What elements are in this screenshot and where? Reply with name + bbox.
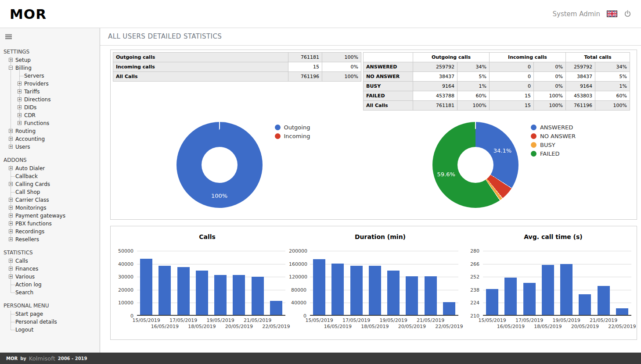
sidebar-item-action-log[interactable]: Action log (4, 281, 100, 289)
bar (504, 278, 517, 316)
sidebar-menu: SETTINGS+Setup−BillingServers+Providers+… (4, 49, 100, 334)
expand-icon[interactable]: + (9, 182, 13, 186)
expand-icon[interactable]: + (18, 97, 22, 101)
gridline (137, 264, 285, 264)
sidebar-item-dids[interactable]: +DIDs (4, 103, 100, 111)
expand-icon[interactable]: + (9, 198, 13, 202)
row-label: BUSY (364, 82, 413, 91)
sidebar-item-call-shop[interactable]: Call Shop (4, 188, 100, 196)
sidebar-section: STATISTICS+Calls+Finances+VariousAction … (4, 250, 100, 296)
sidebar-item-resellers[interactable]: +Resellers (4, 236, 100, 243)
sidebar-item-label: Setup (15, 57, 31, 63)
sidebar-item-personal-details[interactable]: Personal details (4, 318, 100, 326)
sidebar: SETTINGS+Setup−BillingServers+Providers+… (0, 28, 100, 353)
expand-icon[interactable]: + (9, 259, 13, 263)
uk-flag-icon[interactable] (607, 11, 617, 17)
expand-icon[interactable]: + (18, 82, 22, 86)
sidebar-item-auto-dialer[interactable]: +Auto Dialer (4, 164, 100, 172)
sidebar-item-functions[interactable]: +Functions (4, 119, 100, 127)
expand-icon[interactable]: + (18, 113, 22, 117)
tree-connector (11, 330, 15, 330)
sidebar-item-various[interactable]: +Various (4, 273, 100, 281)
expand-icon[interactable]: + (18, 89, 22, 93)
plot-area (137, 251, 285, 316)
expand-icon[interactable]: + (9, 206, 13, 210)
sidebar-item-label: Carrier Class (15, 197, 49, 203)
sidebar-item-calling-cards[interactable]: +Calling Cards (4, 180, 100, 188)
footer-company-link[interactable]: Kolmisoft (29, 355, 55, 362)
menu-toggle-icon[interactable] (5, 34, 12, 39)
footer-brand: MOR (6, 356, 18, 361)
sidebar-item-cdr[interactable]: +CDR (4, 111, 100, 119)
y-axis-tick-label: 40000 (116, 261, 133, 267)
table-row: Outgoing calls761181100% (113, 53, 361, 62)
logout-power-icon[interactable] (624, 10, 631, 18)
expand-icon[interactable]: + (9, 214, 13, 218)
sidebar-item-label: Accounting (15, 136, 45, 142)
expand-icon[interactable]: + (9, 58, 13, 62)
chart-title: Duration (min) (302, 233, 458, 240)
sidebar-item-search[interactable]: Search (4, 289, 100, 296)
y-axis-tick-label: 0 (116, 313, 133, 319)
sidebar-item-accounting[interactable]: +Accounting (4, 135, 100, 143)
sidebar-item-users[interactable]: +Users (4, 143, 100, 151)
sidebar-item-recordings[interactable]: +Recordings (4, 228, 100, 236)
expand-icon[interactable]: + (9, 275, 13, 278)
sidebar-item-callback[interactable]: Callback (4, 172, 100, 180)
cell-value: 38437 (413, 72, 457, 82)
expand-icon[interactable]: + (18, 105, 22, 109)
row-label: NO ANSWER (364, 72, 413, 82)
expand-icon[interactable]: + (9, 145, 13, 149)
sidebar-item-label: Call Shop (15, 189, 40, 195)
sidebar-item-logout[interactable]: Logout (4, 326, 100, 334)
x-axis-tick-label: 15/05/2019 (132, 318, 160, 323)
row-label: Outgoing calls (113, 53, 288, 62)
sidebar-item-servers[interactable]: Servers (4, 72, 100, 80)
expand-icon[interactable]: + (18, 121, 22, 125)
sidebar-item-label: Routing (15, 128, 36, 134)
gridline (483, 264, 631, 264)
expand-icon[interactable]: + (9, 129, 13, 133)
sidebar-item-label: Auto Dialer (15, 165, 45, 171)
sidebar-item-calls[interactable]: +Calls (4, 257, 100, 265)
sidebar-item-label: Personal details (15, 319, 57, 325)
sidebar-item-monitorings[interactable]: +Monitorings (4, 204, 100, 212)
sidebar-item-label: Functions (24, 120, 49, 126)
y-axis-tick-label: 266 (462, 261, 479, 267)
main-content: ALL USERS DETAILED STATISTICS Outgoing c… (100, 28, 641, 353)
sidebar-item-routing[interactable]: +Routing (4, 127, 100, 135)
expand-icon[interactable]: + (9, 237, 13, 241)
expand-icon[interactable]: + (9, 229, 13, 233)
donut-chart-calls-by-status: 34.1%59.6% (432, 122, 519, 208)
cell-value: 259792 (566, 62, 595, 72)
tree-connector (11, 285, 15, 285)
sidebar-item-tariffs[interactable]: +Tariffs (4, 88, 100, 96)
collapse-icon[interactable]: − (9, 66, 13, 70)
bar (443, 302, 455, 316)
expand-icon[interactable]: + (9, 221, 13, 225)
sidebar-item-setup[interactable]: +Setup (4, 56, 100, 64)
y-axis-tick-label: 30000 (116, 274, 133, 280)
x-axis-labels: 15/05/201916/05/201917/05/201918/05/2019… (483, 318, 631, 332)
expand-icon[interactable]: + (9, 137, 13, 141)
cell-value: 259792 (413, 62, 457, 72)
expand-icon[interactable]: + (9, 267, 13, 271)
sidebar-item-directions[interactable]: +Directions (4, 96, 100, 103)
sidebar-item-payment-gateways[interactable]: +Payment gateways (4, 212, 100, 220)
y-axis-tick-label: 40000 (289, 300, 306, 306)
tree-connector (11, 322, 15, 322)
plot-area (310, 251, 458, 316)
sidebar-item-providers[interactable]: +Providers (4, 80, 100, 88)
sidebar-item-billing[interactable]: −Billing (4, 64, 100, 72)
x-axis-tick-label: 22/05/2019 (608, 324, 636, 329)
table-row: ANSWERED25979234%00%25979234% (364, 62, 630, 72)
sidebar-item-start-page[interactable]: Start page (4, 310, 100, 318)
cell-value: 15 (490, 91, 534, 101)
sidebar-item-finances[interactable]: +Finances (4, 265, 100, 273)
table-header-row: Outgoing callsIncoming callsTotal calls (364, 53, 630, 62)
donut-hole (202, 147, 238, 183)
expand-icon[interactable]: + (9, 166, 13, 170)
bar (214, 275, 227, 316)
sidebar-item-pbx-functions[interactable]: +PBX functions (4, 220, 100, 228)
sidebar-item-carrier-class[interactable]: +Carrier Class (4, 196, 100, 204)
